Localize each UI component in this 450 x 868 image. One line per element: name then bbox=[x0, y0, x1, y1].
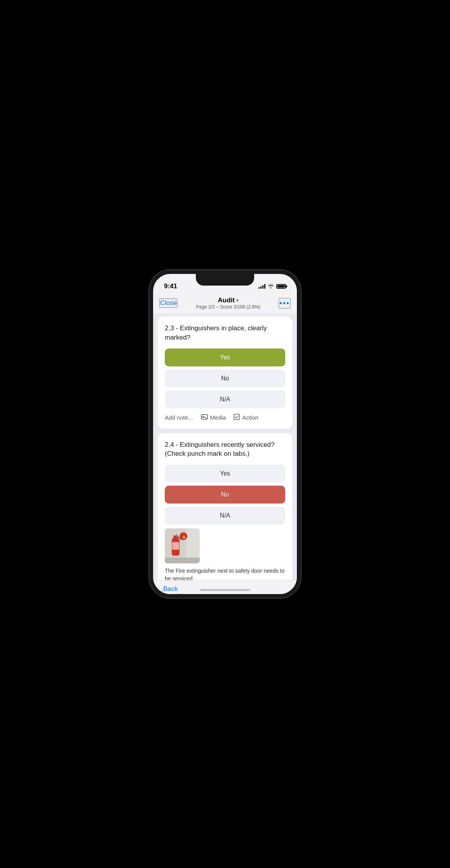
answer-yes-q2[interactable]: Yes bbox=[165, 465, 285, 483]
action-icon-q1 bbox=[234, 414, 240, 422]
battery-icon bbox=[276, 284, 286, 289]
nav-subtitle: Page 2/2 – Score 3/108 (2.8%) bbox=[178, 304, 279, 310]
svg-rect-7 bbox=[176, 534, 177, 537]
wifi-icon bbox=[268, 283, 274, 289]
back-button-container[interactable]: ‹ Back Page 1/2 bbox=[161, 585, 182, 598]
question-card-1: 2.3 - Extinguishers in place, clearly ma… bbox=[158, 317, 292, 429]
question-text-2: 2.4 - Extinguishers recently serviced? (… bbox=[165, 440, 285, 459]
card-actions-q1: Add note... Media bbox=[165, 414, 285, 422]
back-button-label: Back bbox=[163, 585, 182, 593]
answer-no-q1[interactable]: No bbox=[165, 370, 285, 387]
media-button-q1[interactable]: Media bbox=[201, 414, 226, 422]
question-card-2: 2.4 - Extinguishers recently serviced? (… bbox=[158, 433, 292, 580]
status-icons bbox=[258, 283, 286, 289]
home-indicator bbox=[200, 589, 250, 591]
answer-na-q1[interactable]: N/A bbox=[165, 390, 285, 408]
action-button-q1[interactable]: Action bbox=[234, 414, 258, 422]
svg-rect-2 bbox=[234, 414, 239, 420]
question-text-1: 2.3 - Extinguishers in place, clearly ma… bbox=[165, 324, 285, 342]
add-note-button-q1[interactable]: Add note... bbox=[165, 414, 193, 421]
media-icon-q1 bbox=[201, 414, 208, 422]
notch bbox=[196, 274, 254, 286]
back-text-container: Back Page 1/2 bbox=[163, 585, 182, 598]
chevron-down-icon[interactable]: ▾ bbox=[236, 298, 239, 303]
nav-header: Close Audit ▾ Page 2/2 – Score 3/108 (2.… bbox=[153, 293, 297, 314]
svg-rect-8 bbox=[172, 542, 179, 550]
answer-na-q2[interactable]: N/A bbox=[165, 507, 285, 525]
close-button[interactable]: Close bbox=[159, 298, 178, 308]
nav-title: Audit ▾ bbox=[178, 296, 279, 304]
svg-rect-11 bbox=[165, 558, 200, 563]
phone-frame: 9:41 Close Audit bbox=[149, 270, 301, 598]
signal-bars-icon bbox=[258, 284, 265, 289]
media-thumbnail-q2[interactable]: 🔥 bbox=[165, 528, 200, 563]
more-button[interactable]: ••• bbox=[279, 298, 291, 309]
scroll-content[interactable]: 2.3 - Extinguishers in place, clearly ma… bbox=[153, 314, 297, 580]
svg-text:🔥: 🔥 bbox=[182, 534, 187, 539]
nav-center: Audit ▾ Page 2/2 – Score 3/108 (2.8%) bbox=[178, 296, 279, 310]
answer-no-q2[interactable]: No bbox=[165, 486, 285, 504]
answer-yes-q1[interactable]: Yes bbox=[165, 349, 285, 366]
status-time: 9:41 bbox=[164, 282, 177, 290]
note-text-q2: The Fire extinguisher next to safety doo… bbox=[165, 567, 285, 580]
back-page-text: Page 1/2 bbox=[163, 593, 182, 598]
